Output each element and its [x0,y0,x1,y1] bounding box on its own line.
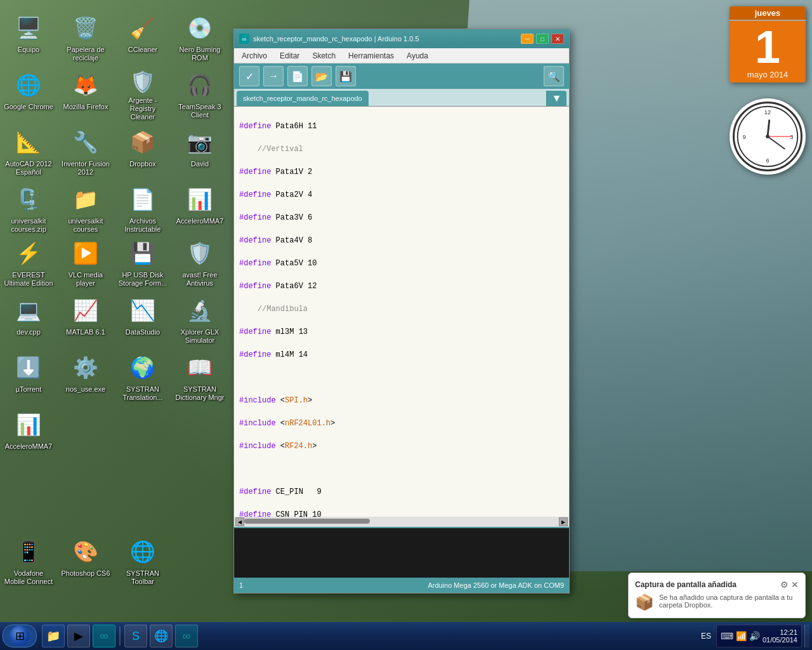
desktop-icon-accelero2[interactable]: 📊 AcceleroMMA7 [0,406,57,463]
desktop-icon-photoshop[interactable]: 🎨 Photoshop CS6 [57,533,114,590]
hscroll-thumb[interactable] [244,519,370,524]
desktop-icon-papelera[interactable]: 🗑️ Papelera de reciclaje [57,10,114,67]
menu-herramientas[interactable]: Herramientas [344,50,398,62]
desktop-icon-inventor[interactable]: 🔧 Inventor Fusion 2012 [57,124,114,181]
code-tab[interactable]: sketch_receptor_mando_rc_hexapodo [237,91,369,106]
desktop-icon-accelero1[interactable]: 📊 AcceleroMMA7 [171,181,228,238]
desktop-icon-firefox[interactable]: 🦊 Mozilla Firefox [57,67,114,124]
calendar-month-year: mayo 2014 [730,70,806,83]
save-button[interactable]: 💾 [336,66,356,86]
show-desktop-button[interactable] [804,625,809,647]
taskbar-arduino-task-button[interactable]: ∞ [175,625,198,647]
utorrent-label: µTorrent [16,385,42,394]
menu-editar[interactable]: Editar [276,50,303,62]
desktop-icon-steam[interactable]: 🎮 Steam [806,286,812,343]
vlc-label: VLC media player [60,271,111,288]
firefox-label: Mozilla Firefox [63,103,108,111]
desktop-icon-autocad[interactable]: 📐 AutoCAD 2012 Español [0,124,57,181]
code-line-15: #include <RF24.h> [239,441,564,452]
desktop-icon-vlc[interactable]: ▶️ VLC media player [57,235,114,292]
code-line-11: #define ml4M 14 [239,349,564,361]
desktop-icon-hp-usb[interactable]: 💾 HP USB Disk Storage Form... [114,235,171,292]
desktop-icon-garrys[interactable]: 🔧 Garry's Mod [806,343,812,400]
taskbar-arduino-app-button[interactable]: ∞ [93,625,115,647]
desktop-icon-datastudio[interactable]: 📉 DataStudio [114,292,171,349]
dropbox-notification: Captura de pantalla añadida ⚙ ✕ 📦 Se ha … [628,573,806,618]
desktop-icon-xplorer[interactable]: 🔬 Xplorer GLX Simulator [171,292,228,349]
code-line-18: #define CSN_PIN 10 [239,509,564,517]
taskbar: ⊞ 📁 ▶ ∞ S 🌐 ∞ ES ⌨ 📶 🔊 [0,622,812,650]
equipo-icon: 🖥️ [13,13,44,43]
desktop-icon-archivos[interactable]: 📄 Archivos Instructable [114,181,171,238]
desktop-icon-chrome[interactable]: 🌐 Google Chrome [0,67,57,124]
svg-text:9: 9 [743,133,746,140]
code-content[interactable]: #define Pata6H 11 //Vertival #define Pat… [234,107,569,517]
serial-monitor-button[interactable]: 🔍 [544,66,564,86]
accelero1-label: AcceleroMMA7 [176,217,224,225]
systran1-label: SYSTRAN Translation... [117,385,168,402]
new-button[interactable]: 📄 [287,66,308,86]
code-line-6: #define Pata4V 8 [239,235,564,246]
notification-close-button[interactable]: ✕ [791,580,799,590]
desktop-icon-devcpp[interactable]: 💻 dev.cpp [0,292,57,349]
papelera-icon: 🗑️ [70,13,101,43]
taskbar-mediaplayer-button[interactable]: ▶ [67,625,90,647]
hscroll-right-btn[interactable]: ▶ [559,517,568,526]
code-line-12 [239,372,564,383]
desktop-icon-ukit-courses[interactable]: 📁 universalkit courses [57,181,114,238]
desktop-icon-avast[interactable]: 🛡️ avast! Free Antivirus [171,235,228,292]
desktop-icon-utorrent[interactable]: ⬇️ µTorrent [0,349,57,406]
accelero2-label: AcceleroMMA7 [5,442,53,451]
minimize-button[interactable]: ─ [521,34,534,44]
desktop-icon-matlab[interactable]: 📈 MATLAB 6.1 [57,292,114,349]
desktop-icon-systran2[interactable]: 📖 SYSTRAN Dictionary Mngr [171,349,228,406]
systran3-label: SYSTRAN Toolbar [117,569,168,586]
vodafone-label: Vodafone Mobile Connect [3,569,54,586]
horizontal-scrollbar[interactable]: ◀ ▶ [234,517,569,527]
svg-text:6: 6 [766,157,769,164]
avast-label: avast! Free Antivirus [174,271,225,288]
desktop: 🖥️ Equipo 🌐 Google Chrome 📐 AutoCAD 2012… [0,0,812,650]
desktop-icon-david[interactable]: 📷 David [171,124,228,181]
maximize-button[interactable]: □ [536,34,549,44]
start-button[interactable]: ⊞ [3,625,37,647]
desktop-icon-vodafone[interactable]: 📱 Vodafone Mobile Connect [0,533,57,590]
menu-sketch[interactable]: Sketch [308,50,339,62]
desktop-icon-argente[interactable]: 🛡️ Argente - Registry Cleaner [114,67,171,124]
verify-button[interactable]: ✓ [239,66,259,86]
desktop-icon-equipo[interactable]: 🖥️ Equipo [0,10,57,67]
hscroll-left-btn[interactable]: ◀ [235,517,244,526]
taskbar-explorer-button[interactable]: 📁 [42,625,65,647]
archivos-icon: 📄 [128,184,158,215]
desktop-icon-nero[interactable]: 💿 Nero Burning ROM [171,10,228,67]
desktop-icon-dropbox[interactable]: 📦 Dropbox [114,124,171,181]
ukit-zip-icon: 🗜️ [13,184,44,215]
menu-archivo[interactable]: Archivo [238,50,271,62]
status-line-number: 1 [239,581,428,589]
hp-usb-icon: 💾 [128,238,158,269]
taskbar-chrome-button[interactable]: 🌐 [150,625,173,647]
clock-face: 12 3 6 9 [733,102,802,171]
desktop-icon-everest[interactable]: ⚡ EVEREST Ultimate Edition [0,235,57,292]
open-button[interactable]: 📂 [311,66,332,86]
desktop-icon-ccleaner[interactable]: 🧹 CCleaner [114,10,171,67]
taskbar-skype-button[interactable]: S [124,625,147,647]
desktop-icon-ukit-zip[interactable]: 🗜️ universalkit courses.zip [0,181,57,238]
tab-dropdown-button[interactable]: ▼ [546,91,566,106]
upload-button[interactable]: → [263,66,284,86]
calendar-day-number: 1 [730,21,806,70]
desktop-icon-systran1[interactable]: 🌍 SYSTRAN Translation... [114,349,171,406]
dropbox-icon: 📦 [128,127,158,157]
ccleaner-label: CCleaner [128,46,157,54]
dropbox-label: Dropbox [129,160,156,168]
code-line-2: //Vertival [239,143,564,155]
notification-settings-button[interactable]: ⚙ [780,580,789,590]
desktop-icon-teamspeak[interactable]: 🎧 TeamSpeak 3 Client [171,67,228,124]
david-icon: 📷 [185,127,215,157]
code-line-17: #define CE_PIN 9 [239,486,564,498]
desktop-icon-nosuse[interactable]: ⚙️ nos_use.exe [57,349,114,406]
inventor-label: Inventor Fusion 2012 [60,160,111,176]
desktop-icon-systran3[interactable]: 🌐 SYSTRAN Toolbar [114,533,171,590]
menu-ayuda[interactable]: Ayuda [403,50,432,62]
close-button[interactable]: ✕ [551,34,564,44]
